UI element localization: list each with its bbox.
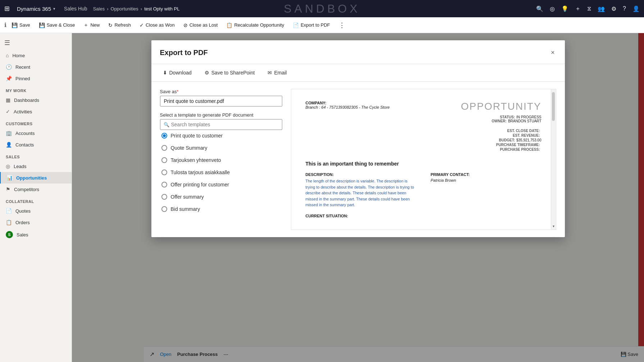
radio-print-quote[interactable] [161, 133, 167, 139]
close-won-button[interactable]: ✓ Close as Won [136, 21, 178, 30]
preview-purchase-timeframe-label: PURCHASE TIMEFRAME: [496, 143, 540, 147]
brand-chevron-icon: ▾ [53, 6, 55, 11]
my-work-section-label: My Work [0, 84, 72, 94]
save-button[interactable]: 💾 Save [8, 21, 34, 30]
sidebar-item-sales-avatar[interactable]: S Sales [0, 228, 72, 241]
target-icon[interactable]: ◎ [550, 5, 555, 12]
preview-status-label: STATUS: [500, 115, 515, 119]
radio-bid-summary[interactable] [161, 206, 167, 212]
lightbulb-icon[interactable]: 💡 [561, 5, 568, 12]
brand-name: Dynamics 365 [17, 6, 51, 12]
settings-icon[interactable]: ⚙ [611, 5, 616, 12]
preview-details: EST. CLOSE DATE: EST. REVENUE: [461, 129, 542, 151]
template-section-label: Select a template to generate PDF docume… [160, 112, 282, 118]
search-box: 🔍 [160, 119, 282, 130]
export-pdf-button[interactable]: 📄 Export to PDF [289, 21, 334, 30]
template-item-offer-printing[interactable]: Offer printing for customer [160, 179, 282, 190]
sidebar-item-orders[interactable]: 📋 Orders [0, 217, 72, 228]
refresh-icon: ↻ [108, 22, 113, 28]
sidebar-item-leads-label: Leads [14, 164, 26, 169]
more-button[interactable]: ⋮ [335, 20, 349, 31]
preview-header: COMPANY: Branch : 64 - 7571393082305 - T… [306, 101, 542, 152]
sidebar-item-pinned[interactable]: 📌 Pinned [0, 73, 72, 84]
radio-offer-summary[interactable] [161, 194, 167, 200]
sidebar-item-home[interactable]: ⌂ Home [0, 50, 72, 61]
preview-opportunity-title: OPPORTUNITY [461, 101, 542, 112]
save-to-sharepoint-label: Save to SharePoint [211, 70, 255, 76]
preview-purchase-timeframe-row: PURCHASE TIMEFRAME: [461, 143, 542, 147]
preview-est-revenue-row: EST. REVENUE: [461, 134, 542, 137]
sidebar-item-dashboards[interactable]: ▦ Dashboards [0, 94, 72, 106]
sidebar-item-dashboards-label: Dashboards [14, 98, 39, 103]
template-bid-summary-label: Bid summary [171, 206, 200, 212]
add-icon[interactable]: ＋ [575, 5, 581, 13]
template-item-tulosta[interactable]: Tulosta tarjous asiakkaalle [160, 167, 282, 178]
save-to-sharepoint-button[interactable]: ⚙ Save to SharePoint [202, 68, 258, 77]
sidebar-item-accounts-label: Accounts [15, 131, 35, 136]
people-icon[interactable]: 👥 [598, 5, 605, 12]
preview-scroll[interactable]: COMPANY: Branch : 64 - 7571393082305 - T… [291, 89, 556, 230]
dashboards-icon: ▦ [6, 97, 10, 103]
sidebar-item-leads[interactable]: ◎ Leads [0, 160, 72, 172]
save-icon: 💾 [12, 22, 18, 28]
download-button[interactable]: ⬇ Download [160, 68, 195, 77]
sandbox-watermark: SANDBOX [284, 2, 360, 15]
recalculate-label: Recalculate Opportunity [234, 22, 284, 28]
filter-icon[interactable]: ⧖ [587, 5, 591, 12]
activities-icon: ✓ [6, 109, 10, 114]
template-item-bid-summary[interactable]: Bid summary [160, 203, 282, 215]
modal-close-button[interactable]: × [549, 47, 556, 58]
save-close-button[interactable]: 💾 Save & Close [35, 21, 79, 30]
sidebar-item-recent[interactable]: 🕐 Recent [0, 61, 72, 73]
save-as-input[interactable] [160, 96, 282, 107]
search-templates-input[interactable] [160, 119, 282, 130]
scroll-down-arrow[interactable]: ▾ [553, 224, 554, 228]
email-button[interactable]: ✉ Email [265, 68, 289, 77]
preview-est-revenue-label: EST. REVENUE: [513, 134, 540, 137]
radio-quote-summary[interactable] [161, 145, 167, 151]
quotes-icon: 📄 [6, 208, 12, 214]
close-won-icon: ✓ [140, 22, 144, 28]
recent-icon: 🕐 [6, 64, 12, 70]
competitors-icon: ⚑ [6, 186, 10, 192]
sidebar-item-opportunities[interactable]: 📊 Opportunities [0, 172, 72, 184]
user-icon[interactable]: 👤 [632, 5, 640, 12]
preview-primary-contact-col: PRIMARY CONTACT: Patricia Brown [431, 172, 542, 208]
refresh-button[interactable]: ↻ Refresh [105, 21, 134, 30]
preview-scrollbar[interactable]: ▾ [551, 89, 556, 230]
preview-est-close-label: EST. CLOSE DATE: [507, 129, 540, 133]
modal-overlay: Export to PDF × ⬇ Download ⚙ Save to Sha… [72, 33, 644, 362]
sidebar-item-contacts[interactable]: 👤 Contacts [0, 139, 72, 150]
new-button[interactable]: ＋ New [80, 21, 103, 30]
breadcrumb-sales[interactable]: Sales [93, 6, 105, 12]
template-item-tarjouksen[interactable]: Tarjouksen yhteenveto [160, 154, 282, 166]
breadcrumb: Sales › Opportunities › test Opty with P… [93, 6, 180, 12]
template-section: Select a template to generate PDF docume… [160, 112, 282, 215]
sidebar-item-competitors[interactable]: ⚑ Competitors [0, 184, 72, 195]
sidebar-item-orders-label: Orders [15, 220, 30, 225]
breadcrumb-opportunities[interactable]: Opportunities [111, 6, 138, 12]
template-item-print-quote[interactable]: Print quote to customer [160, 130, 282, 141]
sidebar-item-activities[interactable]: ✓ Activities [0, 106, 72, 117]
close-lost-button[interactable]: ⊘ Close as Lost [180, 21, 221, 30]
recalculate-button[interactable]: 📋 Recalculate Opportunity [223, 21, 288, 30]
modal-title: Export to PDF [160, 49, 208, 57]
search-icon[interactable]: 🔍 [536, 5, 543, 12]
save-label: Save [19, 22, 30, 28]
sidebar-toggle[interactable]: ☰ [0, 36, 72, 50]
brand[interactable]: Dynamics 365 ▾ [17, 6, 55, 12]
sidebar-item-accounts[interactable]: 🏢 Accounts [0, 127, 72, 139]
template-item-offer-summary[interactable]: Offer summary [160, 191, 282, 203]
radio-offer-printing[interactable] [161, 182, 167, 187]
preview-budget-value: $35,921,753.00 [516, 138, 542, 142]
radio-tarjouksen[interactable] [161, 157, 167, 163]
radio-tulosta[interactable] [161, 169, 167, 175]
help-icon[interactable]: ? [623, 5, 626, 12]
sidebar-item-quotes[interactable]: 📄 Quotes [0, 205, 72, 217]
modal-preview-panel: COMPANY: Branch : 64 - 7571393082305 - T… [291, 89, 556, 230]
template-item-quote-summary[interactable]: Quote Summary [160, 142, 282, 154]
grid-icon[interactable]: ⊞ [4, 5, 10, 13]
info-icon: ℹ [4, 22, 6, 28]
close-won-label: Close as Won [146, 22, 175, 28]
preview-budget-row: BUDGET: $35,921,753.00 [461, 138, 542, 142]
